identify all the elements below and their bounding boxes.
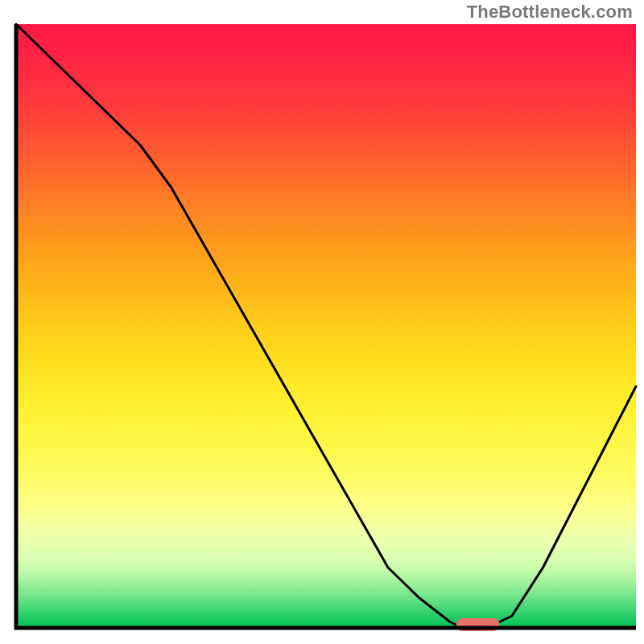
watermark-text: TheBottleneck.com bbox=[467, 2, 633, 23]
bottleneck-chart bbox=[0, 0, 644, 644]
chart-container: TheBottleneck.com bbox=[0, 0, 644, 644]
